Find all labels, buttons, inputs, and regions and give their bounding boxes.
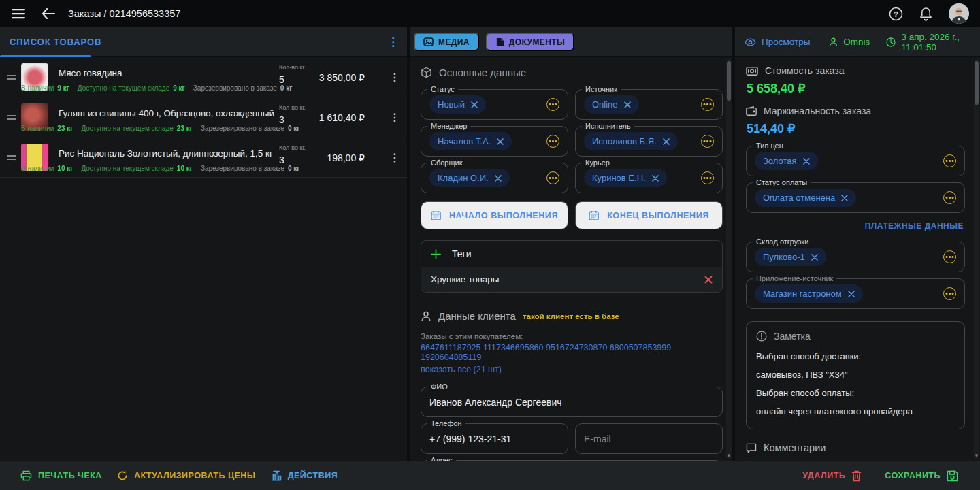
field-source[interactable]: Источник Online xyxy=(575,89,723,120)
fio-field[interactable]: ФИО Иванов Александр Сергеевич xyxy=(421,387,723,417)
quantity-block[interactable]: Кол-во кг. 5 xyxy=(279,64,306,85)
payment-data-link[interactable]: ПЛАТЕЖНЫЕ ДАННЫЕ xyxy=(746,221,964,231)
chip-remove-icon[interactable] xyxy=(663,138,670,145)
chip-remove-icon[interactable] xyxy=(811,254,818,261)
product-menu-icon[interactable] xyxy=(389,111,400,124)
drag-handle-icon[interactable] xyxy=(7,155,16,160)
quantity-value[interactable]: 5 xyxy=(279,74,306,85)
save-button[interactable]: СОХРАНИТЬ xyxy=(885,470,958,482)
product-row[interactable]: Рис Националь Золотистый, длиннозерный, … xyxy=(0,137,407,178)
product-menu-icon[interactable] xyxy=(389,151,400,164)
courier-chip[interactable]: Куринов Е.Н. xyxy=(584,169,667,187)
product-name: Мясо говядина xyxy=(59,68,122,78)
update-prices-label: АКТУАЛИЗИРОВАТЬ ЦЕНЫ xyxy=(134,471,256,480)
notifications-bell-icon[interactable] xyxy=(919,7,932,21)
field-executor[interactable]: Исполнитель Исполинов Б.Я. xyxy=(575,126,723,157)
field-courier[interactable]: Курьер Куринов Е.Н. xyxy=(575,163,723,193)
options-ellipsis-icon[interactable] xyxy=(943,154,956,167)
quantity-value[interactable]: 3 xyxy=(279,154,306,165)
right-scrollbar[interactable]: ▼ xyxy=(974,59,979,459)
media-icon xyxy=(423,37,434,46)
drag-handle-icon[interactable] xyxy=(7,75,16,80)
available-label: Доступно на текущем складе xyxy=(81,165,173,172)
chip-remove-icon[interactable] xyxy=(803,158,810,165)
quantity-label: Кол-во кг. xyxy=(279,144,306,151)
tab-product-list[interactable]: СПИСОК ТОВАРОВ xyxy=(10,27,101,57)
options-ellipsis-icon[interactable] xyxy=(701,135,714,148)
options-ellipsis-icon[interactable] xyxy=(546,135,559,148)
field-price-type[interactable]: Тип цен Золотая xyxy=(746,146,965,176)
source-chip[interactable]: Online xyxy=(584,95,639,114)
field-status[interactable]: Статус Новый xyxy=(421,89,568,120)
documents-button[interactable]: ДОКУМЕНТЫ xyxy=(486,33,574,51)
order-page: Заказы / 0214956533357 ? СПИСОК ТОВАРОВ … xyxy=(0,0,980,490)
product-list-menu-icon[interactable] xyxy=(387,35,399,49)
end-execution-button[interactable]: КОНЕЦ ВЫПОЛНЕНИЯ xyxy=(575,201,723,229)
field-payment-status[interactable]: Статус оплаты Оплата отменена xyxy=(746,182,965,213)
product-row[interactable]: Мясо говядина Кол-во кг. 5 3 850,00 ₽ В … xyxy=(0,57,407,97)
address-field[interactable]: Адрес улица Советская, 38Б, Магнитевский… xyxy=(421,460,723,461)
product-menu-icon[interactable] xyxy=(389,71,400,84)
reserved-label: Зарезервировано в заказе xyxy=(201,125,284,132)
chip-label: Началов Т.А. xyxy=(438,136,491,146)
delete-button[interactable]: УДАЛИТЬ xyxy=(802,470,862,482)
field-manager[interactable]: Менеджер Началов Т.А. xyxy=(421,126,568,157)
middle-scrollbar[interactable]: ▼ xyxy=(726,59,732,459)
print-receipt-button[interactable]: ПЕЧАТЬ ЧЕКА xyxy=(20,470,102,481)
options-ellipsis-icon[interactable] xyxy=(943,287,956,300)
add-tag-row[interactable]: Теги xyxy=(421,241,722,267)
menu-icon[interactable] xyxy=(11,8,26,19)
drag-handle-icon[interactable] xyxy=(7,115,16,120)
start-execution-button[interactable]: НАЧАЛО ВЫПОЛНЕНИЯ xyxy=(421,201,568,229)
media-button[interactable]: МЕДИА xyxy=(414,33,479,51)
user-avatar[interactable] xyxy=(949,3,969,24)
back-arrow-icon[interactable] xyxy=(41,8,56,19)
quantity-block[interactable]: Кол-во кг. 3 xyxy=(279,144,306,165)
field-source-app[interactable]: Приложение-источник Магазин гастроном xyxy=(746,278,965,309)
options-ellipsis-icon[interactable] xyxy=(943,250,956,263)
field-picker[interactable]: Сборщик Кладин О.И. xyxy=(421,163,568,193)
product-list: Мясо говядина Кол-во кг. 5 3 850,00 ₽ В … xyxy=(0,57,407,461)
quantity-block[interactable]: Кол-во кг. 3 xyxy=(279,104,306,125)
product-row[interactable]: Гуляш из свинины 400 г, Образцово, охлаж… xyxy=(0,97,407,137)
executor-chip[interactable]: Исполинов Б.Я. xyxy=(584,132,678,150)
stock-status-line: В наличии9 кгДоступно на текущем складе9… xyxy=(21,84,292,92)
chip-remove-icon[interactable] xyxy=(497,138,504,145)
options-ellipsis-icon[interactable] xyxy=(701,98,714,111)
options-ellipsis-icon[interactable] xyxy=(701,172,714,184)
status-chip[interactable]: Новый xyxy=(429,95,486,114)
actions-button[interactable]: ДЕЙСТВИЯ xyxy=(271,470,338,481)
email-field[interactable]: E-mail xyxy=(575,423,723,454)
svg-text:?: ? xyxy=(894,10,898,18)
chip-remove-icon[interactable] xyxy=(471,101,478,108)
refresh-icon xyxy=(117,470,128,481)
quantity-value[interactable]: 3 xyxy=(279,114,306,125)
options-ellipsis-icon[interactable] xyxy=(546,98,559,111)
price-type-chip[interactable]: Золотая xyxy=(755,152,818,170)
chip-remove-icon[interactable] xyxy=(848,291,855,297)
chip-remove-icon[interactable] xyxy=(495,175,502,182)
tag-remove-icon[interactable] xyxy=(704,276,713,284)
field-warehouse[interactable]: Склад отгрузки Пулково-1 xyxy=(746,242,965,272)
warehouse-chip[interactable]: Пулково-1 xyxy=(755,248,826,266)
in-stock-label: В наличии xyxy=(21,84,54,92)
picker-chip[interactable]: Кладин О.И. xyxy=(429,169,510,187)
chip-remove-icon[interactable] xyxy=(624,101,631,108)
chip-remove-icon[interactable] xyxy=(652,175,659,182)
product-price: 3 850,00 ₽ xyxy=(319,72,365,83)
options-ellipsis-icon[interactable] xyxy=(546,172,559,184)
options-ellipsis-icon[interactable] xyxy=(943,191,956,204)
order-cost-label: Стоимость заказа xyxy=(765,65,844,76)
help-icon[interactable]: ? xyxy=(889,7,903,21)
source-app-chip[interactable]: Магазин гастроном xyxy=(755,284,863,303)
show-all-orders-link[interactable]: показать все (21 шт) xyxy=(421,365,723,374)
order-user: Omnis xyxy=(829,37,870,47)
document-icon xyxy=(495,37,504,47)
chip-remove-icon[interactable] xyxy=(841,195,848,201)
manager-chip[interactable]: Началов Т.А. xyxy=(429,132,512,150)
orders-links[interactable]: 6647611187925 1117346695860 951672473087… xyxy=(421,343,723,362)
phone-field[interactable]: Телефон +7 (999) 123-21-31 xyxy=(421,423,568,454)
update-prices-button[interactable]: АКТУАЛИЗИРОВАТЬ ЦЕНЫ xyxy=(117,470,256,481)
views-button[interactable]: Просмотры xyxy=(745,37,810,47)
payment-status-chip[interactable]: Оплата отменена xyxy=(755,189,856,207)
